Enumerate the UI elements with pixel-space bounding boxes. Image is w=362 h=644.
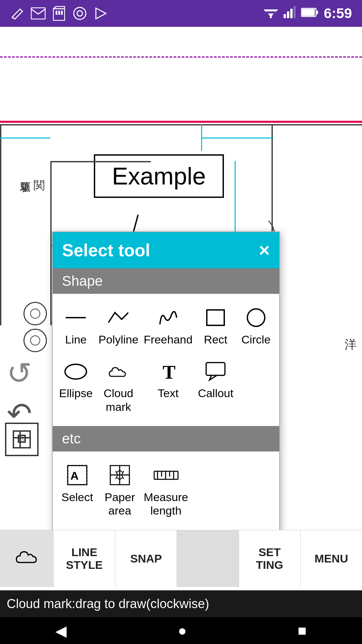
mail-icon [31, 6, 46, 21]
signal-icon [284, 6, 296, 21]
section-shape-label: Shape [62, 273, 103, 289]
select-label: Select [61, 490, 93, 504]
paperarea-icon [109, 464, 131, 487]
tool-rect[interactable]: Rect [195, 301, 236, 354]
tool-circle[interactable]: Circle [236, 301, 276, 354]
tool-freehand[interactable]: Freehand [141, 301, 195, 354]
cloudmark-label: Cloud mark [99, 386, 138, 414]
rect-icon [205, 306, 226, 329]
status-message-text: Cloud mark:drag to draw(clockwise) [7, 597, 209, 611]
line-icon [66, 306, 86, 329]
grid-icon[interactable] [5, 423, 39, 456]
svg-rect-2 [56, 11, 57, 15]
svg-rect-24 [207, 310, 224, 325]
ellipse-label: Ellipse [59, 386, 93, 400]
blank-btn [177, 530, 239, 587]
tool-paperarea[interactable]: Paper area [99, 458, 141, 525]
setting-label: SETTING [256, 546, 283, 571]
example-label: Example [112, 163, 206, 190]
rect-label: Rect [204, 333, 227, 346]
svg-rect-14 [290, 9, 293, 18]
callout-icon [205, 360, 227, 383]
select-tool-dialog: Select tool × Shape Line Polyline [52, 231, 280, 533]
section-etc-label: etc [62, 431, 81, 446]
edit-icon [10, 6, 25, 21]
nav-back-button[interactable]: ◀ [55, 622, 67, 639]
bottom-toolbar: LINESTYLE SNAP SETTING MENU [0, 530, 362, 587]
svg-rect-12 [284, 14, 286, 18]
red-line [0, 121, 362, 123]
section-shape-header: Shape [53, 268, 279, 294]
snap-label: SNAP [130, 552, 162, 565]
tool-cloudmark[interactable]: Cloud mark [96, 354, 141, 419]
svg-rect-0 [31, 8, 45, 19]
line-label: Line [65, 333, 86, 346]
freehand-icon [158, 306, 178, 329]
status-bar: 6:59 [0, 0, 362, 27]
cyan-2 [201, 138, 273, 139]
ellipse-icon [64, 360, 87, 383]
select-icon: A [66, 464, 88, 487]
tool-measurelength[interactable]: Measure length [141, 458, 191, 525]
wall-left [0, 124, 1, 325]
purple-dashed-line [0, 56, 362, 58]
svg-point-11 [270, 16, 272, 18]
freehand-label: Freehand [144, 333, 193, 346]
time-display: 6:59 [324, 5, 352, 21]
cloudmark-icon [107, 360, 130, 383]
cloudmark-toolbar-icon [13, 545, 40, 570]
wall-top [0, 124, 362, 125]
svg-rect-13 [287, 11, 289, 18]
tool-line[interactable]: Line [56, 301, 96, 354]
linestyle-label: LINESTYLE [66, 546, 103, 571]
tool-select[interactable]: A Select [56, 458, 99, 525]
tool-callout[interactable]: Callout [195, 354, 236, 419]
linestyle-btn[interactable]: LINESTYLE [54, 530, 115, 587]
svg-marker-7 [96, 8, 106, 19]
sd-icon [52, 6, 66, 21]
record-icon [72, 6, 87, 21]
menu-label: MENU [314, 552, 348, 565]
dialog-close-button[interactable]: × [259, 241, 270, 260]
menu-btn[interactable]: MENU [301, 530, 362, 587]
svg-rect-4 [61, 11, 63, 15]
undo-icon[interactable]: ↺ [7, 356, 32, 391]
battery-icon [301, 6, 318, 21]
symbol-circle-2 [23, 329, 47, 352]
tool-text[interactable]: T Text [141, 354, 195, 419]
svg-point-25 [247, 309, 265, 326]
svg-point-26 [65, 364, 86, 379]
text-label: Text [158, 386, 178, 400]
setting-btn[interactable]: SETTING [239, 530, 301, 587]
canvas-area[interactable]: Example 廊下 関 下駄箱 玄 関 [0, 27, 362, 550]
tool-polyline[interactable]: Polyline [96, 301, 141, 354]
polyline-label: Polyline [99, 333, 138, 346]
wifi-icon [263, 6, 278, 21]
tool-ellipse[interactable]: Ellipse [56, 354, 96, 419]
dialog-header: Select tool × [53, 232, 279, 268]
svg-rect-3 [58, 11, 60, 15]
cloudmark-toolbar-btn[interactable] [0, 530, 54, 587]
circle-icon [246, 306, 266, 329]
symbol-circle-1 [23, 302, 47, 325]
circle-label: Circle [241, 333, 270, 346]
tools-etc-grid: A Select [53, 451, 279, 532]
play-icon [93, 6, 108, 21]
paperarea-label: Paper area [101, 490, 138, 518]
system-nav-bar: ◀ ● ■ [0, 617, 362, 644]
status-message-bar: Cloud mark:drag to draw(clockwise) [0, 590, 362, 617]
dialog-title: Select tool [62, 240, 150, 260]
nav-home-button[interactable]: ● [178, 622, 187, 639]
nav-recents-button[interactable]: ■ [298, 622, 307, 639]
section-etc-header: etc [53, 426, 279, 451]
cyan-3 [201, 124, 202, 151]
svg-point-6 [77, 11, 82, 16]
snap-btn[interactable]: SNAP [115, 530, 177, 587]
svg-rect-18 [316, 11, 318, 14]
tools-shape-grid: Line Polyline Freehand [53, 294, 279, 426]
status-icons-left [10, 6, 108, 21]
polyline-icon [108, 306, 128, 329]
svg-rect-17 [302, 9, 315, 16]
svg-text:A: A [70, 469, 79, 482]
svg-text:T: T [163, 361, 176, 381]
